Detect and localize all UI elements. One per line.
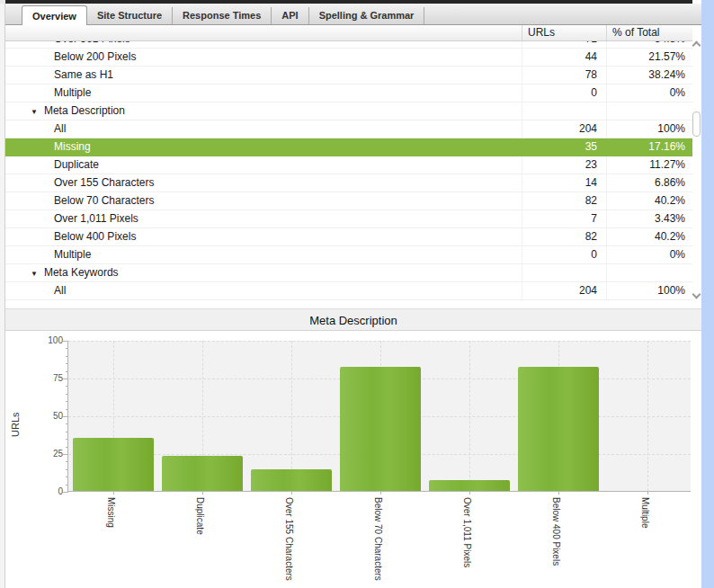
x-axis-category-label: Multiple: [640, 497, 650, 528]
row-pct-value: 0%: [606, 85, 692, 102]
tab-response-times[interactable]: Response Times: [173, 7, 272, 24]
bar-duplicate: [162, 456, 243, 491]
y-tick-label: 0: [31, 486, 63, 496]
gridline: [469, 341, 470, 491]
chart-plot: [67, 341, 691, 492]
table-row[interactable]: Missing3517.16%: [5, 138, 692, 156]
pct-column-header: % of Total: [606, 25, 692, 40]
row-label: Multiple: [54, 248, 91, 261]
table-row[interactable]: Over 561 Pixels7134.8%: [5, 41, 692, 49]
row-label: Over 561 Pixels: [54, 41, 130, 45]
table-row[interactable]: ▼Meta Keywords: [5, 264, 692, 282]
urls-column-header: URLs: [522, 25, 606, 40]
row-urls-value: [522, 102, 606, 120]
row-label: Meta Description: [44, 104, 125, 117]
clipped-row: Over 561 Pixels7134.8%: [5, 41, 692, 49]
table-row[interactable]: All204100%: [5, 120, 692, 138]
row-urls-value: 44: [522, 49, 606, 66]
row-pct-value: 0%: [606, 246, 692, 263]
row-pct-value: 40.2%: [606, 228, 692, 245]
x-axis-category-label: Below 70 Characters: [373, 497, 383, 581]
collapse-triangle-icon[interactable]: ▼: [31, 265, 38, 281]
scrollbar-thumb[interactable]: [692, 111, 701, 137]
row-label-cell: Same as H1: [5, 67, 522, 84]
row-label-cell: Missing: [5, 138, 522, 156]
row-label-cell: Below 200 Pixels: [5, 49, 522, 66]
y-tick-mark: [66, 461, 68, 462]
y-tick-label: 100: [31, 335, 63, 345]
bar-below-400-pixels: [518, 367, 599, 491]
y-tick-mark: [66, 348, 68, 349]
row-pct-value: 34.8%: [606, 41, 692, 48]
row-urls-value: 35: [522, 138, 606, 156]
bar-below-70-characters: [340, 367, 421, 491]
y-tick-label: 50: [31, 411, 63, 421]
y-tick-mark: [63, 416, 68, 417]
table-row[interactable]: Multiple00%: [5, 85, 692, 102]
tab-site-structure[interactable]: Site Structure: [87, 7, 173, 24]
y-axis-label: URLs: [8, 375, 22, 474]
table-row[interactable]: Below 70 Characters8240.2%: [5, 192, 692, 210]
tab-bar: OverviewSite StructureResponse TimesAPIS…: [5, 4, 701, 25]
row-urls-value: 204: [522, 282, 606, 299]
row-label-cell: Multiple: [5, 85, 522, 102]
row-pct-value: 100%: [606, 120, 692, 138]
tab-spelling-grammar[interactable]: Spelling & Grammar: [309, 7, 425, 24]
y-tick-mark: [66, 409, 68, 410]
y-tick-mark: [66, 371, 68, 372]
row-urls-value: 0: [522, 246, 606, 263]
tab-api[interactable]: API: [272, 7, 308, 24]
row-pct-value: 17.16%: [606, 138, 692, 156]
x-tick-mark: [291, 491, 292, 494]
row-label: All: [54, 122, 66, 135]
x-tick-mark: [469, 491, 470, 494]
table-row[interactable]: Over 155 Characters146.86%: [5, 174, 692, 192]
row-label: Over 1,011 Pixels: [54, 212, 138, 225]
x-axis-category-label: Missing: [106, 497, 116, 528]
overview-table: URLs % of Total Over 561 Pixels7134.8%Be…: [5, 25, 692, 300]
row-urls-value: 78: [522, 67, 606, 84]
row-label: Below 70 Characters: [54, 194, 154, 207]
row-label-cell: Over 561 Pixels: [5, 41, 522, 48]
table-row[interactable]: Same as H17838.24%: [5, 67, 692, 85]
row-label: Over 155 Characters: [54, 176, 154, 189]
y-tick-mark: [66, 447, 68, 448]
row-urls-value: 14: [522, 174, 606, 192]
table-row[interactable]: All204100%: [5, 282, 692, 300]
y-tick-mark: [66, 432, 68, 432]
collapse-triangle-icon[interactable]: ▼: [31, 103, 38, 120]
x-tick-mark: [202, 491, 203, 494]
x-tick-mark: [113, 491, 114, 494]
x-axis-category-label: Over 1,011 Pixels: [462, 497, 472, 567]
bar-over-1-011-pixels: [429, 480, 510, 491]
y-tick-mark: [63, 341, 68, 342]
row-urls-value: 82: [522, 192, 606, 209]
table-row[interactable]: Duplicate2311.27%: [5, 156, 692, 174]
y-tick-mark: [66, 423, 68, 424]
gridline: [291, 341, 292, 491]
gridline: [647, 341, 648, 491]
table-row[interactable]: Over 1,011 Pixels73.43%: [5, 210, 692, 228]
y-tick-label: 75: [31, 373, 63, 383]
chart-panel: Meta Description URLs 0255075100 Missing…: [5, 306, 701, 588]
y-tick-mark: [66, 356, 68, 357]
table-row[interactable]: Below 200 Pixels4421.57%: [5, 49, 692, 67]
y-tick-label: 25: [31, 449, 63, 459]
row-label-cell: All: [5, 120, 522, 138]
table-row[interactable]: ▼Meta Description: [5, 102, 692, 120]
row-pct-value: 3.43%: [606, 210, 692, 227]
table-row[interactable]: Below 400 Pixels8240.2%: [5, 228, 692, 246]
row-label: Duplicate: [54, 158, 99, 171]
row-label-cell: Below 400 Pixels: [5, 228, 522, 245]
x-tick-mark: [647, 491, 648, 494]
table-row[interactable]: Multiple00%: [5, 246, 692, 264]
tab-overview[interactable]: Overview: [22, 5, 87, 25]
row-label: Same as H1: [54, 68, 113, 81]
row-pct-value: 100%: [606, 282, 692, 299]
row-pct-value: [606, 102, 692, 120]
y-tick-mark: [66, 394, 68, 395]
y-tick-mark: [63, 454, 68, 455]
y-tick-mark: [66, 439, 68, 440]
row-label-cell: Over 1,011 Pixels: [5, 210, 522, 227]
row-urls-value: 7: [522, 210, 606, 227]
